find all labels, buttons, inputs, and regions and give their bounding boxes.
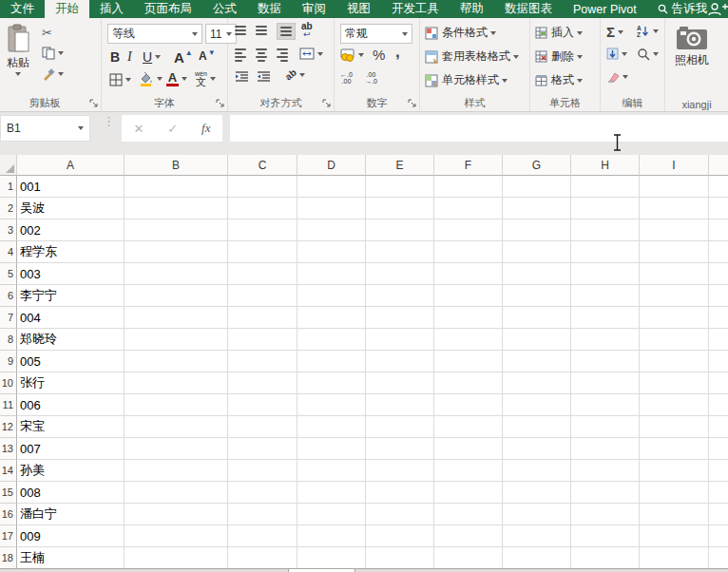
cell-H13[interactable] <box>571 438 640 460</box>
cell-G16[interactable] <box>503 504 571 525</box>
cell-I15[interactable] <box>640 482 709 504</box>
cell-G4[interactable] <box>503 241 571 263</box>
row-header-6[interactable]: 6 <box>0 285 17 307</box>
formula-input[interactable] <box>230 115 728 142</box>
cell-G6[interactable] <box>503 285 571 307</box>
share-button[interactable] <box>707 0 728 18</box>
cell-F17[interactable] <box>434 525 503 547</box>
bold-button[interactable]: B <box>110 49 120 65</box>
accounting-format-button[interactable] <box>340 48 364 62</box>
row-header-11[interactable]: 11 <box>0 394 17 416</box>
cell-C4[interactable] <box>228 241 297 263</box>
cell-H6[interactable] <box>571 285 640 307</box>
cell-E18[interactable] <box>366 547 434 569</box>
row-header-13[interactable]: 13 <box>0 438 17 460</box>
cell-E2[interactable] <box>366 198 434 219</box>
cell-G5[interactable] <box>503 263 571 285</box>
cell-A1[interactable]: 001 <box>17 176 125 198</box>
cell-partial-6[interactable] <box>709 285 728 307</box>
cell-G11[interactable] <box>503 394 571 416</box>
clear-button[interactable] <box>606 71 628 83</box>
cell-partial-18[interactable] <box>709 547 728 569</box>
row-header-7[interactable]: 7 <box>0 307 17 329</box>
cell-F2[interactable] <box>434 198 503 219</box>
cell-D1[interactable] <box>297 176 366 198</box>
cell-A16[interactable]: 潘白宁 <box>17 504 125 525</box>
cell-I6[interactable] <box>640 285 709 307</box>
ribbon-tab-插入[interactable]: 插入 <box>89 0 134 18</box>
cell-C7[interactable] <box>228 307 297 329</box>
cell-A7[interactable]: 004 <box>17 307 125 329</box>
column-header-I[interactable]: I <box>640 155 709 176</box>
cell-A14[interactable]: 孙美 <box>17 460 125 482</box>
cell-I16[interactable] <box>640 504 709 525</box>
cell-F12[interactable] <box>434 416 503 438</box>
conditional-formatting-button[interactable]: 条件格式 <box>425 25 496 41</box>
cell-partial-8[interactable] <box>709 329 728 351</box>
cell-E8[interactable] <box>366 329 434 351</box>
cell-C16[interactable] <box>228 504 297 525</box>
cell-H3[interactable] <box>571 219 640 241</box>
borders-button[interactable] <box>109 73 131 86</box>
column-header-partial[interactable] <box>709 155 728 176</box>
cell-H15[interactable] <box>571 482 640 504</box>
font-color-button[interactable]: A <box>166 71 187 86</box>
cell-B18[interactable] <box>125 547 228 569</box>
cell-E6[interactable] <box>366 285 434 307</box>
cell-I13[interactable] <box>640 438 709 460</box>
cell-H4[interactable] <box>571 241 640 263</box>
row-header-16[interactable]: 16 <box>0 504 17 525</box>
insert-cells-button[interactable]: 插入 <box>535 25 583 41</box>
cell-H18[interactable] <box>571 547 640 569</box>
ribbon-tab-数据图表[interactable]: 数据图表 <box>494 0 563 18</box>
cell-E9[interactable] <box>366 351 434 372</box>
ribbon-tab-file[interactable]: 文件 <box>0 0 45 18</box>
align-left-button[interactable] <box>235 48 246 62</box>
enter-icon[interactable]: ✓ <box>167 122 178 136</box>
cell-partial-1[interactable] <box>709 176 728 198</box>
cell-F3[interactable] <box>434 219 503 241</box>
cell-B16[interactable] <box>125 504 228 525</box>
row-header-17[interactable]: 17 <box>0 525 17 547</box>
column-header-C[interactable]: C <box>228 155 297 176</box>
cell-A17[interactable]: 009 <box>17 525 125 547</box>
cell-D14[interactable] <box>297 460 366 482</box>
cell-B11[interactable] <box>125 394 228 416</box>
row-header-9[interactable]: 9 <box>0 351 17 372</box>
ribbon-tab-页面布局[interactable]: 页面布局 <box>134 0 202 18</box>
cell-C2[interactable] <box>228 198 297 219</box>
cell-E4[interactable] <box>366 241 434 263</box>
cell-partial-11[interactable] <box>709 394 728 416</box>
cell-H8[interactable] <box>571 329 640 351</box>
cell-partial-13[interactable] <box>709 438 728 460</box>
cell-H17[interactable] <box>571 525 640 547</box>
row-header-15[interactable]: 15 <box>0 482 17 504</box>
clipboard-dialog-launcher[interactable] <box>89 99 99 108</box>
cell-D11[interactable] <box>297 394 366 416</box>
cell-I17[interactable] <box>640 525 709 547</box>
row-header-1[interactable]: 1 <box>0 176 17 198</box>
ribbon-tab-开始[interactable]: 开始 <box>45 0 89 18</box>
cell-C1[interactable] <box>228 176 297 198</box>
underline-button[interactable]: U <box>143 49 161 65</box>
cell-B7[interactable] <box>125 307 228 329</box>
cell-A13[interactable]: 007 <box>17 438 125 460</box>
cell-C18[interactable] <box>228 547 297 569</box>
cell-I5[interactable] <box>640 263 709 285</box>
cell-D16[interactable] <box>297 504 366 525</box>
cell-partial-12[interactable] <box>709 416 728 438</box>
row-header-12[interactable]: 12 <box>0 416 17 438</box>
cell-C3[interactable] <box>228 219 297 241</box>
cell-E3[interactable] <box>366 219 434 241</box>
column-header-E[interactable]: E <box>366 155 434 176</box>
cell-B12[interactable] <box>125 416 228 438</box>
cell-A15[interactable]: 008 <box>17 482 125 504</box>
cell-G18[interactable] <box>503 547 571 569</box>
cell-F18[interactable] <box>434 547 503 569</box>
cell-I7[interactable] <box>640 307 709 329</box>
align-center-button[interactable] <box>256 48 267 62</box>
cell-partial-17[interactable] <box>709 525 728 547</box>
cell-D7[interactable] <box>297 307 366 329</box>
cell-D15[interactable] <box>297 482 366 504</box>
format-as-table-button[interactable]: 套用表格格式 <box>425 48 519 65</box>
